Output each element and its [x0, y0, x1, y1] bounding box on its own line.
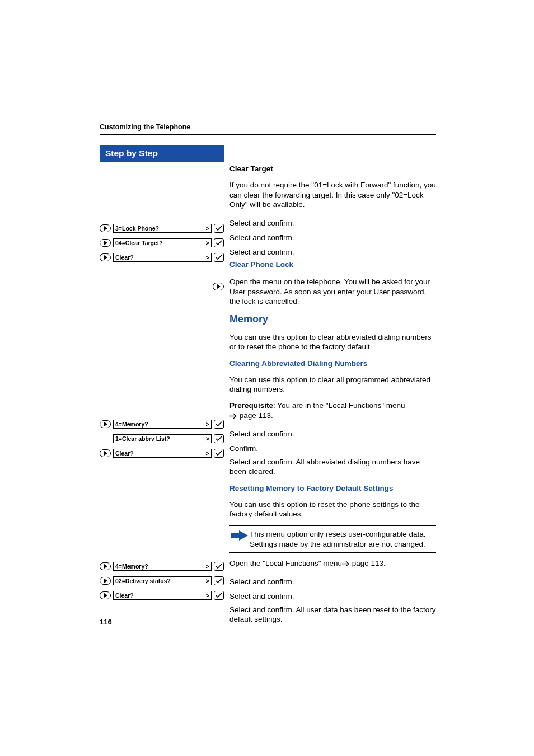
chevron-right-icon: >	[206, 592, 209, 599]
display-label: 4=Memory?	[115, 563, 148, 570]
paragraph-prerequisite: Prerequisite: You are in the "Local Func…	[229, 401, 436, 420]
display-label: Clear?	[115, 450, 134, 457]
paragraph: If you do not require the "01=Lock with …	[229, 180, 436, 209]
step-row: 1=Clear abbrv List? >	[100, 433, 224, 445]
confirm-icon	[214, 420, 224, 429]
display-option: 02=Delivery status? >	[113, 576, 212, 585]
header-rule	[100, 134, 436, 135]
svg-marker-20	[239, 530, 248, 541]
instruction-line: Select and confirm.	[229, 231, 436, 245]
instruction-line: Confirm.	[229, 442, 436, 456]
chevron-right-icon: >	[206, 421, 209, 428]
instruction-line: Select and confirm. All user data has be…	[229, 605, 436, 624]
chevron-right-icon: >	[206, 254, 209, 261]
instruction-line: Select and confirm.	[229, 575, 436, 589]
step-row: 3=Lock Phone? >	[100, 222, 224, 234]
open-menu-text: Open the "Local Functions" menu	[229, 559, 342, 567]
step-row: 4=Memory? >	[100, 560, 224, 572]
step-by-step-header: Step by Step	[100, 145, 224, 162]
display-label: 4=Memory?	[115, 421, 148, 428]
svg-marker-3	[104, 241, 107, 245]
running-head: Customizing the Telephone	[100, 123, 436, 131]
display-label: Clear?	[115, 592, 134, 599]
chevron-right-icon: >	[206, 577, 209, 584]
sub-heading-clearing-abbrev: Clearing Abbreviated Dialing Numbers	[229, 359, 436, 368]
display-option: Clear? >	[113, 449, 212, 458]
navigate-icon	[100, 576, 111, 585]
svg-marker-11	[104, 451, 107, 456]
left-column: Step by Step 3=Lock Phone? >	[100, 145, 224, 604]
note-box: This menu option only resets user-config…	[229, 525, 436, 553]
arrow-right-icon	[342, 559, 350, 567]
step-row: Clear? >	[100, 589, 224, 602]
step-row: 02=Delivery status? >	[100, 575, 224, 587]
svg-marker-17	[104, 593, 107, 598]
navigate-icon	[213, 282, 224, 291]
confirm-icon	[214, 449, 224, 458]
sub-heading-resetting: Resetting Memory to Factory Default Sett…	[229, 483, 436, 493]
instruction-line: Select and confirm. All abbreviated dial…	[229, 457, 436, 477]
confirm-icon	[214, 576, 224, 585]
svg-marker-15	[104, 579, 107, 583]
svg-marker-7	[217, 284, 221, 289]
display-option: 4=Memory? >	[113, 562, 212, 571]
display-label: 3=Lock Phone?	[115, 225, 159, 232]
page-ref: page 113.	[237, 411, 273, 420]
chevron-right-icon: >	[206, 450, 209, 457]
svg-marker-13	[104, 564, 107, 569]
section-heading-memory: Memory	[229, 313, 436, 326]
confirm-icon	[214, 238, 224, 247]
chevron-right-icon: >	[206, 225, 209, 232]
display-option: 1=Clear abbrv List? >	[113, 434, 212, 443]
display-label: 02=Delivery status?	[115, 577, 171, 584]
chevron-right-icon: >	[206, 240, 209, 246]
two-column-layout: Step by Step 3=Lock Phone? >	[100, 145, 436, 631]
sub-heading-clear-phone-lock: Clear Phone Lock	[229, 260, 436, 269]
confirm-icon	[214, 591, 224, 600]
svg-marker-1	[104, 226, 107, 231]
step-row: 04=Clear Target? >	[100, 237, 224, 249]
display-label: Clear?	[115, 254, 134, 261]
step-row	[100, 280, 224, 293]
paragraph: You can use this option to reset the pho…	[229, 500, 436, 519]
navigate-icon	[100, 420, 111, 429]
navigate-icon	[100, 224, 111, 233]
display-label: 04=Clear Target?	[115, 240, 163, 246]
paragraph: Open the "Local Functions" menu page 113…	[229, 558, 436, 568]
page-number: 116	[100, 618, 112, 626]
prerequisite-text: : You are in the "Local Functions" menu	[273, 401, 405, 410]
navigate-icon	[100, 253, 111, 262]
page-ref: page 113.	[350, 559, 386, 567]
note-arrow-icon	[229, 529, 250, 541]
display-label: 1=Clear abbrv List?	[115, 435, 170, 442]
right-column: Clear Target If you do not require the "…	[229, 145, 436, 631]
instruction-line: Select and confirm.	[229, 245, 436, 260]
confirm-icon	[214, 224, 224, 233]
confirm-icon	[214, 434, 224, 443]
navigate-icon	[100, 238, 111, 247]
paragraph: You can use this option to clear all pro…	[229, 375, 436, 395]
prerequisite-label: Prerequisite	[229, 401, 273, 410]
navigate-icon	[100, 449, 111, 458]
svg-marker-5	[104, 255, 107, 260]
display-option: Clear? >	[113, 253, 212, 262]
display-option: Clear? >	[113, 591, 212, 600]
navigate-icon	[100, 591, 111, 600]
confirm-icon	[214, 253, 224, 262]
instruction-line: Select and confirm.	[229, 427, 436, 442]
chevron-right-icon: >	[206, 435, 209, 442]
note-text: This menu option only resets user-config…	[250, 529, 434, 549]
display-option: 4=Memory? >	[113, 420, 212, 429]
paragraph: You can use this option to clear abbrevi…	[229, 332, 436, 352]
instruction-line: Select and confirm.	[229, 589, 436, 604]
svg-rect-19	[231, 533, 239, 538]
navigate-icon	[100, 562, 111, 571]
paragraph: Open the menu on the telephone. You will…	[229, 277, 436, 306]
step-row: Clear? >	[100, 251, 224, 264]
svg-marker-9	[104, 422, 107, 426]
sub-heading-clear-target: Clear Target	[229, 164, 436, 173]
instruction-line: Select and confirm.	[229, 216, 436, 231]
step-row: Clear? >	[100, 447, 224, 459]
display-option: 04=Clear Target? >	[113, 238, 212, 247]
display-option: 3=Lock Phone? >	[113, 224, 212, 233]
